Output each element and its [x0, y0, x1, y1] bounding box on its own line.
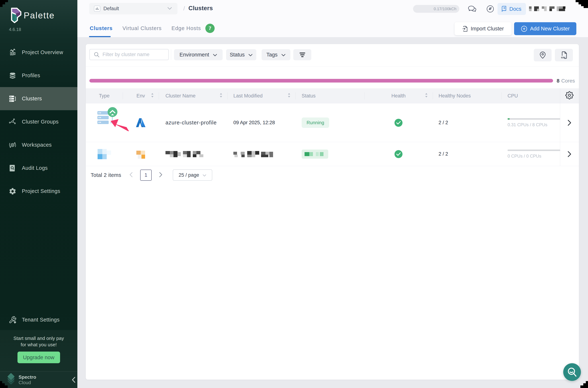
profiles-icon: [8, 72, 17, 80]
tenant-settings-icon: [8, 316, 17, 324]
tags-filter-label: Tags: [266, 52, 277, 58]
brand-name: Palette: [24, 10, 55, 20]
support-fab[interactable]: [563, 363, 581, 381]
last-modified-cell: 09 Apr 2025, 12:28: [227, 103, 295, 142]
column-header-health[interactable]: Health: [364, 88, 433, 103]
health-cell: [364, 103, 433, 142]
column-header-last-modified[interactable]: Last Modified: [227, 88, 295, 103]
project-selector[interactable]: Default: [89, 3, 178, 14]
sidebar-nav: Project Overview Profiles: [0, 41, 77, 203]
sidebar-item-label: Profiles: [22, 73, 40, 78]
sidebar-item-audit-logs[interactable]: Audit Logs: [0, 156, 77, 180]
pagination-next-button[interactable]: [159, 172, 162, 178]
sort-icon: [220, 93, 222, 99]
cluster-row-redacted[interactable]: 2 / 2 0 CPUs / 0 CPUs: [86, 142, 579, 166]
search-icon: [94, 52, 100, 58]
active-tab-underline: [89, 36, 111, 37]
cluster-filter-input[interactable]: [102, 52, 164, 57]
column-header-cluster-name[interactable]: Cluster Name: [159, 88, 227, 103]
sidebar-collapse-button[interactable]: [70, 376, 77, 384]
sidebar-item-tenant-settings[interactable]: Tenant Settings: [0, 308, 77, 331]
sidebar-footer: Spectro Cloud: [0, 371, 77, 388]
plus-circle-icon: [521, 25, 527, 32]
sidebar: Palette 4.6.18 Project Overview: [0, 0, 77, 388]
pagination-prev-button[interactable]: [129, 172, 133, 178]
sidebar-item-label: Project Overview: [22, 49, 63, 55]
environment-filter-button[interactable]: Environment: [174, 49, 223, 60]
redacted-status: [302, 149, 328, 159]
cluster-name-cell[interactable]: azure-cluster-profile: [159, 103, 227, 142]
column-header-healthy-nodes[interactable]: Healthy Nodes: [433, 88, 501, 103]
cpu-cell: 0.31 CPUs / 8 CPUs: [501, 103, 560, 142]
sidebar-item-label: Cluster Groups: [22, 119, 59, 125]
cluster-type-cell: [86, 103, 123, 142]
pagination-page-1[interactable]: 1: [140, 170, 152, 181]
chat-icon[interactable]: [468, 5, 476, 13]
cores-usage-bar: [89, 79, 553, 82]
table-header: Type Env Cluster Name Last Modified: [86, 88, 579, 103]
map-view-button[interactable]: [534, 49, 552, 61]
project-overview-icon: [8, 48, 17, 57]
tab-virtual-clusters[interactable]: Virtual Clusters: [122, 25, 162, 31]
more-filters-button[interactable]: [293, 49, 311, 60]
redacted-user-name: [529, 6, 565, 11]
sidebar-item-workspaces[interactable]: Workspaces: [0, 133, 77, 156]
sidebar-item-project-settings[interactable]: Project Settings: [0, 180, 77, 203]
chevron-right-icon: [567, 120, 571, 126]
status-badge: Running: [302, 118, 329, 128]
status-cell: Running: [295, 103, 364, 142]
column-header-env[interactable]: Env: [123, 88, 159, 103]
cpu-usage-bar: [508, 149, 560, 151]
column-header-type[interactable]: Type: [86, 88, 123, 103]
row-expand-button[interactable]: [560, 142, 579, 166]
main-area: Default / Clusters 0.17/100kCh: [77, 0, 588, 388]
cores-label: 8Cores: [557, 78, 575, 84]
column-header-status[interactable]: Status: [295, 88, 364, 103]
redacted-last-modified: [233, 150, 275, 158]
gear-icon[interactable]: [565, 91, 574, 101]
filter-lines-icon: [299, 52, 305, 57]
tags-filter-button[interactable]: Tags: [262, 49, 290, 60]
clusters-card: Environment Status Tags: [86, 44, 579, 380]
book-icon: [501, 6, 507, 12]
docs-label: Docs: [509, 6, 521, 12]
page-title: Clusters: [188, 5, 213, 12]
compass-icon[interactable]: [486, 5, 494, 13]
cluster-env-cell: [123, 103, 159, 142]
docs-button[interactable]: Docs: [498, 3, 526, 15]
breadcrumb-separator: /: [183, 5, 185, 12]
tab-clusters[interactable]: Clusters: [90, 25, 113, 31]
tab-edge-hosts[interactable]: Edge Hosts 7: [172, 24, 215, 33]
healthy-nodes-cell: 2 / 2: [433, 103, 501, 142]
cpu-usage-text: 0.31 CPUs / 8 CPUs: [508, 122, 560, 127]
column-header-cpu[interactable]: CPU: [501, 88, 560, 103]
sidebar-item-label: Clusters: [22, 96, 42, 102]
pagination-total: Total 2 items: [91, 172, 121, 178]
sort-icon: [288, 93, 290, 99]
status-filter-button[interactable]: Status: [226, 49, 256, 60]
import-cluster-label: Import Cluster: [471, 26, 504, 32]
workspaces-icon: [8, 141, 17, 149]
page-size-select[interactable]: 25 / page: [173, 170, 212, 181]
sidebar-item-cluster-groups[interactable]: Cluster Groups: [0, 110, 77, 133]
upgrade-text: Start small and only pay for what you us…: [0, 335, 77, 348]
chevron-down-icon: [281, 52, 286, 58]
upgrade-panel: Start small and only pay for what you us…: [0, 330, 77, 371]
csv-file-icon: csv: [561, 51, 567, 59]
sidebar-item-project-overview[interactable]: Project Overview: [0, 41, 77, 64]
health-check-icon: [394, 150, 403, 158]
import-cluster-button[interactable]: Import Cluster: [454, 22, 512, 35]
cluster-row-azure[interactable]: azure-cluster-profile 09 Apr 2025, 12:28…: [86, 103, 579, 142]
sidebar-item-profiles[interactable]: Profiles: [0, 64, 77, 87]
spectro-cloud-name: Spectro Cloud: [19, 374, 36, 385]
palette-logo-icon: [7, 7, 23, 23]
row-expand-button[interactable]: [560, 103, 579, 142]
export-csv-button[interactable]: csv: [555, 49, 573, 61]
app-version: 4.6.18: [9, 27, 21, 32]
cpu-cell: 0 CPUs / 0 CPUs: [501, 142, 560, 166]
sidebar-item-label: Workspaces: [22, 142, 52, 148]
upgrade-now-button[interactable]: Upgrade now: [18, 352, 60, 363]
sidebar-item-clusters[interactable]: Clusters: [0, 87, 77, 110]
cpu-usage-text: 0 CPUs / 0 CPUs: [508, 154, 560, 159]
add-new-cluster-button[interactable]: Add New Cluster: [514, 22, 576, 35]
